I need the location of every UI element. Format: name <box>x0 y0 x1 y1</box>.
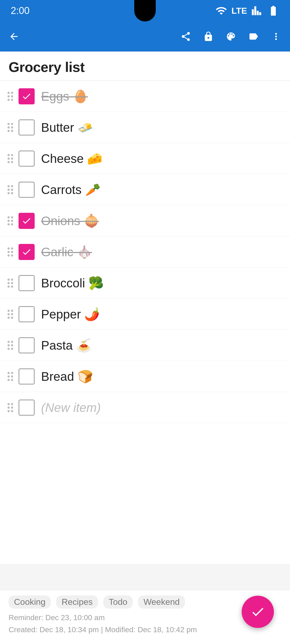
list-item[interactable]: Onions 🧅 <box>0 205 290 236</box>
tag: Cooking <box>9 595 51 609</box>
checkbox[interactable] <box>19 182 35 198</box>
tag: Weekend <box>138 595 185 609</box>
drag-handle[interactable] <box>4 120 16 135</box>
item-label: Broccoli 🥦 <box>41 276 286 290</box>
drag-handle[interactable] <box>4 89 16 104</box>
created-text: Created: Dec 18, 10:34 pm | Modified: De… <box>9 624 281 636</box>
list-item[interactable]: Garlic 🧄 <box>0 236 290 268</box>
status-time: 2:00 <box>11 5 30 16</box>
drag-handle[interactable] <box>4 338 16 353</box>
item-label: (New item) <box>41 400 286 415</box>
list-item[interactable]: Pasta 🍝 <box>0 330 290 361</box>
list-item[interactable]: Butter 🧈 <box>0 112 290 143</box>
drag-handle[interactable] <box>4 244 16 260</box>
checkbox[interactable] <box>19 151 35 167</box>
checkbox[interactable] <box>19 368 35 385</box>
tag: Recipes <box>56 595 98 609</box>
drag-handle[interactable] <box>4 151 16 166</box>
list-container: Eggs 🥚Butter 🧈Cheese 🧀Carrots 🥕Onions 🧅G… <box>0 81 290 564</box>
checkbox[interactable] <box>19 244 35 260</box>
page-title: Grocery list <box>9 59 281 75</box>
share-button[interactable] <box>177 28 194 45</box>
drag-handle[interactable] <box>4 369 16 384</box>
camera-notch <box>134 0 156 21</box>
item-label: Butter 🧈 <box>41 120 286 135</box>
list-item[interactable]: Cheese 🧀 <box>0 143 290 174</box>
checkbox[interactable] <box>19 400 35 416</box>
list-item[interactable]: Carrots 🥕 <box>0 174 290 205</box>
drag-handle[interactable] <box>4 275 16 291</box>
item-label: Garlic 🧄 <box>41 245 286 259</box>
more-button[interactable] <box>267 28 285 45</box>
list-item[interactable]: Eggs 🥚 <box>0 81 290 112</box>
status-bar: 2:00 LTE <box>0 0 290 21</box>
item-label: Pepper 🌶️ <box>41 307 286 321</box>
page-title-bar: Grocery list <box>0 52 290 81</box>
wifi-icon <box>215 5 227 17</box>
fab-button[interactable] <box>242 596 274 628</box>
drag-handle[interactable] <box>4 400 16 415</box>
item-label: Bread 🍞 <box>41 369 286 384</box>
checkbox[interactable] <box>19 88 35 104</box>
checkbox[interactable] <box>19 337 35 353</box>
palette-button[interactable] <box>222 28 240 45</box>
battery-icon <box>267 5 279 17</box>
list-item[interactable]: (New item) <box>0 392 290 423</box>
item-label: Cheese 🧀 <box>41 151 286 166</box>
signal-icon <box>251 5 263 17</box>
checkbox[interactable] <box>19 213 35 229</box>
checkbox[interactable] <box>19 306 35 322</box>
check-icon <box>250 604 265 619</box>
drag-handle[interactable] <box>4 306 16 322</box>
checkbox[interactable] <box>19 119 35 136</box>
drag-handle[interactable] <box>4 213 16 229</box>
checkbox[interactable] <box>19 275 35 291</box>
reminder-text: Reminder: Dec 23, 10:00 am <box>9 612 281 624</box>
back-button[interactable] <box>5 28 23 45</box>
list-item[interactable]: Broccoli 🥦 <box>0 268 290 299</box>
item-label: Pasta 🍝 <box>41 338 286 353</box>
tags-row: CookingRecipesTodoWeekend <box>9 595 281 609</box>
tag: Todo <box>103 595 133 609</box>
list-item[interactable]: Bread 🍞 <box>0 361 290 392</box>
lte-label: LTE <box>231 6 247 16</box>
item-label: Carrots 🥕 <box>41 182 286 197</box>
list-item[interactable]: Pepper 🌶️ <box>0 299 290 330</box>
lock-button[interactable] <box>200 28 217 45</box>
toolbar <box>0 21 290 52</box>
drag-handle[interactable] <box>4 182 16 197</box>
item-label: Onions 🧅 <box>41 214 286 228</box>
label-button[interactable] <box>245 28 262 45</box>
item-label: Eggs 🥚 <box>41 89 286 104</box>
status-icons: LTE <box>215 5 279 17</box>
